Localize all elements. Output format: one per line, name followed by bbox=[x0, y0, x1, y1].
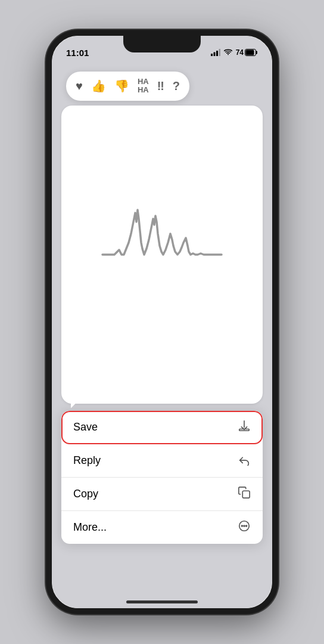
status-time: 11:01 bbox=[66, 48, 89, 58]
context-menu: Save Reply bbox=[61, 411, 263, 544]
svg-rect-5 bbox=[256, 51, 258, 54]
wifi-icon bbox=[223, 49, 233, 56]
menu-item-more[interactable]: More... bbox=[61, 511, 263, 544]
home-indicator bbox=[126, 600, 198, 603]
reaction-question[interactable]: ? bbox=[173, 79, 180, 93]
screen: 11:01 74 bbox=[52, 36, 272, 608]
reaction-exclaim[interactable]: ‼ bbox=[157, 79, 164, 93]
svg-rect-0 bbox=[211, 54, 213, 56]
notch bbox=[123, 36, 201, 52]
copy-icon bbox=[238, 486, 251, 502]
waveform-container bbox=[96, 207, 228, 302]
menu-item-copy-label: Copy bbox=[73, 488, 98, 500]
menu-item-save[interactable]: Save bbox=[61, 411, 263, 444]
more-icon bbox=[238, 519, 251, 535]
reaction-haha[interactable]: HAHA bbox=[138, 78, 149, 95]
status-icons: 74 bbox=[211, 48, 258, 57]
reaction-like[interactable]: 👍 bbox=[91, 79, 106, 93]
menu-item-copy[interactable]: Copy bbox=[61, 478, 263, 511]
svg-point-11 bbox=[244, 525, 245, 527]
svg-rect-6 bbox=[246, 50, 254, 55]
message-bubble bbox=[61, 106, 263, 404]
menu-item-reply[interactable]: Reply bbox=[61, 444, 263, 478]
reaction-dislike[interactable]: 👎 bbox=[114, 79, 129, 93]
svg-rect-1 bbox=[213, 52, 215, 57]
svg-point-10 bbox=[241, 525, 242, 527]
save-icon bbox=[238, 419, 251, 435]
menu-item-more-label: More... bbox=[73, 521, 107, 534]
battery-icon bbox=[245, 49, 258, 56]
content-area: ♥ 👍 👎 HAHA ‼ ? Save bbox=[52, 62, 272, 608]
phone-frame: 11:01 74 bbox=[46, 30, 278, 614]
waveform-svg bbox=[96, 207, 228, 302]
bubble-tail bbox=[71, 400, 79, 408]
reaction-heart[interactable]: ♥ bbox=[76, 79, 83, 93]
svg-rect-8 bbox=[242, 491, 250, 498]
battery-level: 74 bbox=[236, 48, 244, 57]
menu-item-reply-label: Reply bbox=[73, 454, 101, 467]
reply-icon bbox=[238, 453, 251, 469]
svg-rect-3 bbox=[219, 49, 220, 56]
menu-item-save-label: Save bbox=[73, 421, 98, 434]
battery-container: 74 bbox=[236, 48, 258, 57]
svg-point-12 bbox=[246, 525, 247, 527]
svg-rect-2 bbox=[216, 51, 218, 56]
reaction-bar: ♥ 👍 👎 HAHA ‼ ? bbox=[66, 72, 189, 101]
signal-icon bbox=[211, 49, 220, 56]
